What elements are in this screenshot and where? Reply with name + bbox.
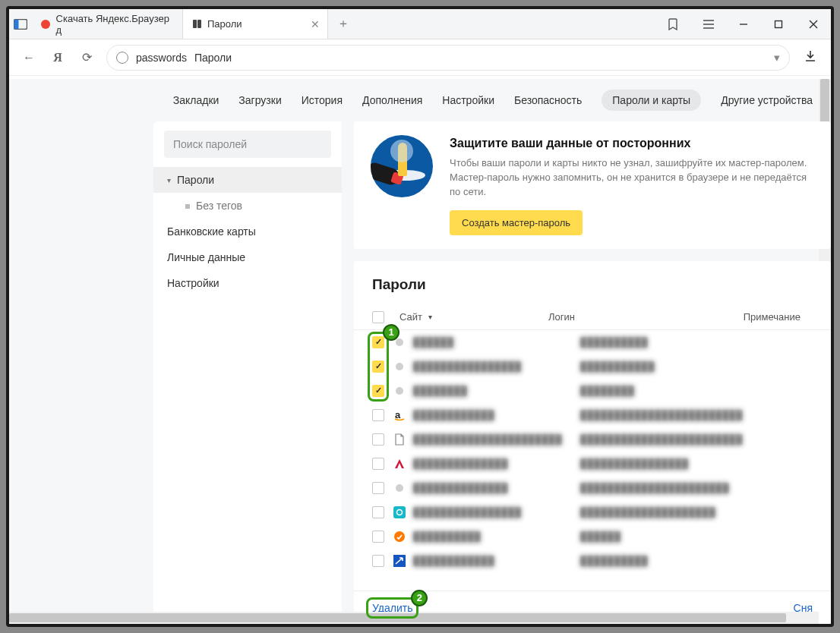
site-favicon-icon — [393, 385, 406, 397]
row-checkbox[interactable] — [372, 506, 384, 518]
site-cell: ██████████ — [413, 531, 580, 542]
row-checkbox[interactable] — [372, 555, 384, 567]
sidebar: Поиск паролей ▾ Пароли ◆ Без тегов Банко… — [153, 121, 342, 624]
window-close-button[interactable] — [796, 9, 831, 39]
svg-point-11 — [396, 387, 403, 395]
master-password-banner: Защитите ваши данные от посторонних Чтоб… — [354, 121, 831, 249]
site-favicon-icon — [393, 555, 406, 567]
row-checkbox[interactable] — [372, 482, 384, 494]
tab-title: Скачать Яндекс.Браузер д — [56, 13, 175, 36]
table-row[interactable]: ████████████████████████████████████ — [354, 476, 831, 500]
row-checkbox[interactable] — [372, 385, 384, 397]
window-maximize-button[interactable] — [761, 9, 796, 39]
svg-point-13 — [396, 484, 403, 492]
nav-passwords-cards[interactable]: Пароли и карты — [602, 90, 701, 111]
annotation-badge-1: 1 — [383, 324, 399, 341]
banner-heading: Защитите ваши данные от посторонних — [450, 137, 814, 150]
sidebar-label: Банковские карты — [167, 225, 256, 238]
row-checkbox[interactable] — [372, 458, 384, 470]
row-checkbox[interactable] — [372, 433, 384, 446]
bookmarks-icon[interactable] — [656, 9, 691, 39]
sort-icon[interactable]: ▾ — [428, 313, 432, 321]
chevron-down-icon: ▾ — [167, 176, 171, 184]
row-checkbox[interactable] — [372, 531, 384, 543]
table-row[interactable]: ████████████████████████████████████ — [354, 500, 831, 524]
sidebar-label: Настройки — [167, 277, 219, 289]
svg-rect-6 — [775, 20, 782, 27]
login-cell: ███████████ — [580, 361, 756, 372]
banner-body: Чтобы ваши пароли и карты никто не узнал… — [450, 156, 814, 200]
new-tab-button[interactable]: ＋ — [328, 16, 358, 32]
login-cell: ████████████████████████ — [580, 433, 756, 445]
nav-history[interactable]: История — [302, 94, 343, 106]
site-cell: ████████████████ — [413, 506, 580, 518]
svg-point-10 — [396, 363, 403, 370]
col-login-header[interactable]: Логин — [548, 311, 725, 323]
table-header: Сайт ▾ Логин Примечание — [354, 305, 831, 330]
close-tab-icon[interactable]: ✕ — [311, 18, 320, 30]
table-row[interactable]: ████████████████ — [354, 524, 831, 549]
sidebar-item-bank-cards[interactable]: Банковские карты — [153, 219, 342, 244]
row-checkbox[interactable] — [372, 361, 384, 373]
site-cell: ██████ — [413, 336, 580, 348]
window-minimize-button[interactable] — [726, 9, 761, 39]
horizontal-scrollbar[interactable] — [9, 612, 819, 624]
site-favicon-icon — [393, 433, 406, 446]
sidebar-label: Личные данные — [167, 251, 245, 263]
table-row[interactable]: a████████████████████████████████████ — [354, 403, 831, 427]
sidebar-item-settings[interactable]: Настройки — [153, 270, 342, 296]
nav-addons[interactable]: Дополнения — [362, 94, 422, 106]
table-row[interactable]: ████████████████ — [354, 330, 831, 354]
sidebar-toggle-icon[interactable] — [9, 9, 32, 39]
search-passwords-input[interactable]: Поиск паролей — [164, 131, 331, 158]
reload-button[interactable]: ⟳ — [77, 50, 96, 65]
login-cell: ████████████████ — [580, 458, 756, 469]
back-button[interactable]: ← — [20, 51, 38, 65]
login-cell: ██████ — [580, 531, 756, 542]
sidebar-item-no-tags[interactable]: ◆ Без тегов — [153, 193, 342, 219]
svg-point-16 — [394, 531, 405, 542]
passwords-favicon-icon — [191, 18, 203, 30]
nav-downloads[interactable]: Загрузки — [238, 94, 281, 106]
site-cell: ████████████ — [413, 409, 580, 420]
login-cell: ████████ — [580, 385, 756, 396]
menu-icon[interactable] — [691, 9, 726, 39]
table-body: ████████████████████████████████████████… — [354, 330, 831, 590]
col-site-header[interactable]: Сайт — [399, 311, 422, 323]
table-row[interactable]: ███████████████████████████ — [354, 354, 831, 379]
row-checkbox[interactable] — [372, 336, 384, 348]
address-input[interactable]: passwords Пароли ▾ — [106, 45, 790, 71]
yandex-logo-icon[interactable]: Я — [49, 51, 67, 65]
globe-icon — [116, 52, 128, 64]
create-master-password-button[interactable]: Создать мастер-пароль — [450, 210, 583, 235]
site-cell: ████████ — [413, 385, 580, 396]
site-cell: ████████████████ — [413, 361, 580, 372]
settings-top-nav: Закладки Загрузки История Дополнения Нас… — [9, 79, 831, 121]
nav-settings[interactable]: Настройки — [442, 94, 494, 106]
nav-other-devices[interactable]: Другие устройства — [721, 94, 813, 106]
tab-inactive[interactable]: Скачать Яндекс.Браузер д — [32, 9, 182, 39]
downloads-button[interactable] — [801, 50, 820, 65]
table-row[interactable]: ████████████████████████████████████████… — [354, 427, 831, 452]
yandex-favicon-icon — [39, 18, 52, 30]
col-note-header[interactable]: Примечание — [725, 311, 813, 323]
row-checkbox[interactable] — [372, 409, 384, 421]
sidebar-label: Пароли — [177, 174, 214, 186]
tag-icon: ◆ — [182, 200, 193, 212]
sidebar-item-passwords[interactable]: ▾ Пароли — [153, 167, 342, 193]
login-cell: ████████████████████████ — [580, 409, 756, 420]
nav-security[interactable]: Безопасность — [514, 94, 582, 106]
table-row[interactable]: ████████████████ — [354, 379, 831, 403]
tab-active[interactable]: Пароли ✕ — [182, 9, 328, 39]
table-row[interactable]: ██████████████████████████████ — [354, 452, 831, 476]
svg-rect-1 — [14, 19, 19, 29]
bookmark-star-icon[interactable]: ▾ — [774, 51, 780, 65]
table-row[interactable]: ██████████████████████ — [354, 549, 831, 573]
passwords-panel: Пароли Сайт ▾ Логин Примечание █████████… — [354, 261, 831, 624]
sidebar-item-personal-data[interactable]: Личные данные — [153, 244, 342, 270]
login-cell: ██████████ — [580, 336, 756, 348]
nav-bookmarks[interactable]: Закладки — [173, 94, 219, 106]
select-all-checkbox[interactable] — [372, 311, 384, 323]
address-bar: ← Я ⟳ passwords Пароли ▾ — [9, 39, 831, 76]
annotation-badge-2: 2 — [411, 590, 428, 606]
